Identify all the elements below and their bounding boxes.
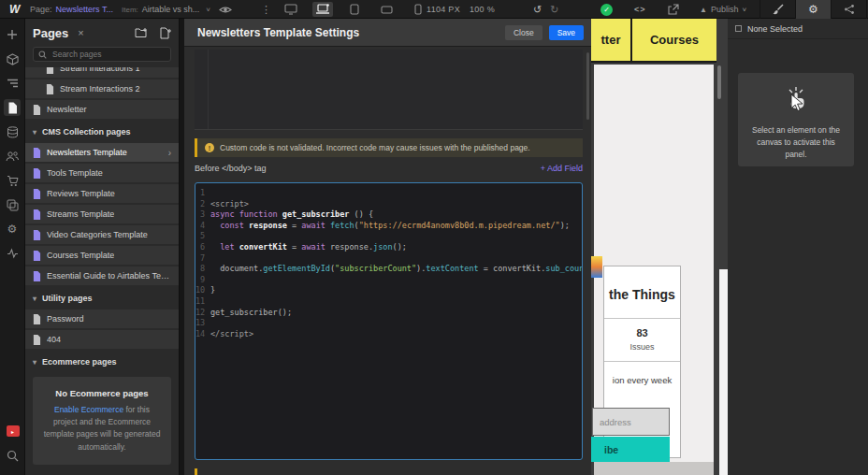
canvas-scrollbar-thumb[interactable] [717,65,721,99]
save-button[interactable]: Save [549,25,584,40]
code-line[interactable]: 9 [195,275,582,286]
close-panel-icon[interactable]: × [78,27,83,38]
code-line[interactable]: 14</script> [195,329,582,340]
pages-panel-title: Pages [33,26,68,40]
pages-section-header[interactable]: ▾CMS Collection pages [25,122,179,141]
section-label: Utility pages [42,294,93,303]
zoom-level-value[interactable]: 100 % [470,5,495,14]
publish-button[interactable]: ▲ Publish ˅ [700,0,746,19]
breakpoint-tablet[interactable] [344,2,365,17]
add-page-icon[interactable] [159,27,171,39]
cms-button[interactable] [4,123,21,140]
item-selector[interactable]: Item: Airtable vs sh... ˅ [122,0,210,19]
users-icon [6,151,19,162]
page-selector[interactable]: Page: Newsletters T... [30,0,113,19]
page-settings-modal: Newsletters Template Settings Close Save… [184,19,591,475]
email-field[interactable] [592,408,670,436]
webflow-logo[interactable]: W [9,0,20,19]
preview-button[interactable] [219,0,232,19]
stat-cell[interactable]: 83 Issues [604,318,680,362]
pages-search[interactable] [33,47,171,62]
pages-button[interactable] [4,99,21,116]
pages-search-input[interactable] [51,49,166,60]
breakpoint-switcher [281,0,428,19]
site-footer-strip[interactable] [594,462,714,475]
page-list-item[interactable]: Stream Interactions 1 [25,67,179,78]
canvas-width-value[interactable]: 1104 PX [427,5,460,14]
components-button[interactable] [4,50,21,67]
export-button[interactable] [668,0,679,19]
code-line[interactable]: 10} [195,285,582,296]
custom-code-button[interactable]: <> [634,0,646,19]
breakpoint-desktop-large[interactable] [281,2,301,17]
code-line[interactable]: 11 [195,296,582,308]
page-icon [7,102,18,114]
pages-section-header[interactable]: ▾Ecommerce pages [25,353,179,371]
pages-section-header[interactable]: ▾Utility pages [25,289,179,308]
page-list-item[interactable]: Video Categories Template [25,225,179,244]
page-label: Video Categories Template [47,230,148,239]
code-line[interactable]: 2<script> [195,199,582,210]
card-heading[interactable]: the Things [604,287,680,302]
head-code-editor[interactable] [195,50,583,130]
page-label: Courses Template [47,251,114,260]
code-line[interactable]: 7 [195,253,582,265]
page-list-item[interactable]: Newsletters Template› [25,143,179,162]
selection-checkbox[interactable] [735,25,742,32]
code-line[interactable]: 12get_subscriber(); [195,308,582,319]
enable-ecommerce-link[interactable]: Enable Ecommerce [54,405,123,414]
line-number: 2 [195,199,210,210]
page-list-item[interactable]: 404 [25,330,179,349]
add-folder-icon[interactable] [135,27,148,38]
redo-icon[interactable]: ↻ [550,4,558,16]
navigator-button[interactable] [4,75,21,92]
page-list-item[interactable]: Essential Guide to Airtables Templ... [25,266,179,285]
publish-icon: ▲ [700,6,707,14]
audit-button[interactable] [4,245,21,262]
code-line[interactable]: 8 document.getElementById("subscriberCou… [195,264,582,275]
add-field-link[interactable]: + Add Field [541,164,583,173]
users-button[interactable] [4,148,21,165]
breakpoint-phone-landscape[interactable] [376,2,397,17]
more-options-button[interactable]: ⋮ [261,0,271,19]
modal-scrollbar-thumb[interactable] [586,52,589,120]
page-list-item[interactable]: Password [25,309,179,328]
code-line[interactable]: 13 [195,318,582,329]
subscribe-button[interactable]: ibe [591,437,670,462]
page-list-item[interactable]: Courses Template [25,246,179,265]
code-line[interactable]: 3async function get_subscriber () { [195,209,582,221]
settings-panel-button[interactable]: ⚙ [795,0,831,19]
page-icon [33,230,41,240]
body-code-editor[interactable]: 12<script>3async function get_subscriber… [195,182,583,460]
undo-icon[interactable]: ↺ [533,4,542,16]
close-button[interactable]: Close [505,25,542,40]
page-list-item[interactable]: Stream Interactions 2 [25,79,179,98]
code-line[interactable]: 5 [195,231,582,242]
nav-link-courses[interactable]: Courses [632,19,716,61]
breakpoint-desktop-base[interactable] [312,2,333,17]
assets-button[interactable] [4,196,21,213]
add-elements-button[interactable] [4,26,21,43]
ecommerce-button[interactable] [4,172,21,189]
line-content: let convertKit = await response.json(); [210,242,407,253]
nav-link-newsletter[interactable]: tter [591,19,632,61]
card-tagline[interactable]: ion every week [604,375,680,385]
video-tutorials-button[interactable]: ▸ [5,423,22,439]
page-list-item[interactable]: Newsletter [25,100,179,119]
line-number: 7 [195,253,210,265]
page-list-item[interactable]: Tools Template [25,164,179,182]
code-line[interactable]: 6 let convertKit = await response.json()… [195,242,582,253]
site-navbar[interactable]: tter Courses [591,19,716,63]
search-button[interactable] [5,447,22,464]
breakpoint-phone-portrait[interactable] [408,2,428,17]
code-line[interactable]: 4 const response = await fetch("https://… [195,221,582,232]
page-list-item[interactable]: Reviews Template [25,184,179,203]
page-value: Newsletters T... [56,5,113,14]
site-settings-button[interactable]: ⚙ [4,221,21,238]
decorative-image[interactable] [591,256,602,278]
video-camera-button[interactable] [5,471,22,475]
code-line[interactable]: 1 [195,188,582,199]
style-panel-button[interactable] [760,0,795,19]
page-list-item[interactable]: Streams Template [25,205,179,223]
interactions-panel-button[interactable] [831,0,866,19]
